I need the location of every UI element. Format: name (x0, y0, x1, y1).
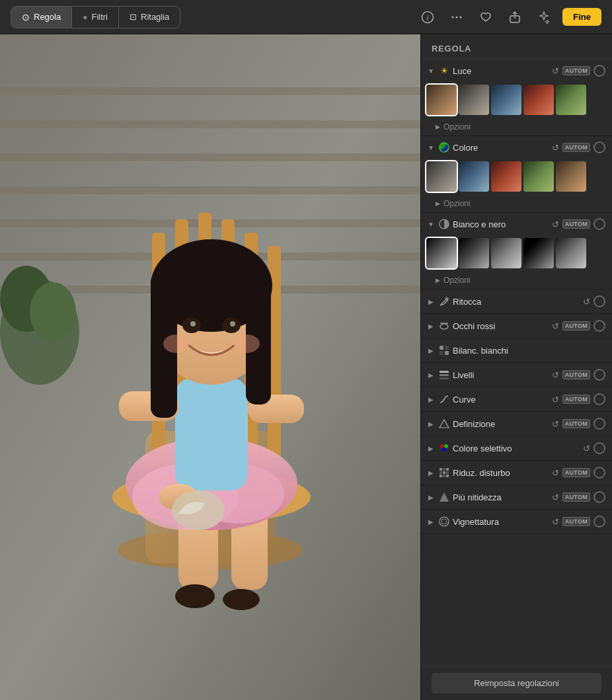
section-header-definizione[interactable]: ▶ Definizione ↺ AUTOM (421, 412, 612, 436)
riduz-disturbo-reset-icon[interactable]: ↺ (552, 468, 559, 478)
riduz-disturbo-toggle[interactable] (593, 467, 605, 479)
more-button[interactable] (446, 7, 467, 28)
reset-all-button[interactable]: Reimposta regolazioni (432, 673, 601, 693)
colore-options[interactable]: ▶ Opzioni (421, 197, 612, 212)
bw-thumb-2[interactable] (459, 238, 489, 268)
chevron-bianco-nero: ▼ (426, 221, 436, 228)
colore-reset-icon[interactable]: ↺ (552, 143, 559, 153)
svg-point-4 (460, 16, 462, 18)
ritocca-toggle[interactable] (593, 295, 605, 307)
occhi-rossi-reset-icon[interactable]: ↺ (552, 321, 559, 331)
section-header-ritocca[interactable]: ▶ Ritocca ↺ (421, 290, 612, 313)
bianco-nero-reset-icon[interactable]: ↺ (552, 219, 559, 229)
section-header-occhi-rossi[interactable]: ▶ Occhi rossi ↺ AUTOM (421, 314, 612, 338)
definizione-autom-badge[interactable]: AUTOM (562, 419, 590, 428)
riduz-disturbo-title: Riduz. disturbo (453, 468, 549, 478)
riduz-disturbo-autom-badge[interactable]: AUTOM (562, 468, 590, 477)
bianco-nero-toggle[interactable] (593, 218, 605, 230)
chevron-riduz-disturbo: ▶ (426, 469, 436, 477)
enhance-button[interactable] (533, 7, 555, 28)
bw-thumb-1[interactable] (426, 238, 457, 268)
luce-thumbnails (421, 82, 612, 120)
colore-thumb-1[interactable] (426, 161, 457, 192)
luce-thumb-1[interactable] (426, 85, 457, 115)
done-button[interactable]: Fine (562, 8, 601, 26)
bw-thumb-4[interactable] (523, 238, 554, 268)
vignettatura-controls: ↺ AUTOM (552, 516, 605, 527)
panel-scroll[interactable]: ▼ ☀ Luce ↺ AUTOM ▶ (421, 59, 612, 666)
livelli-toggle[interactable] (593, 369, 605, 381)
section-header-luce[interactable]: ▼ ☀ Luce ↺ AUTOM (421, 59, 612, 82)
section-header-colore-selettivo[interactable]: ▶ Colore selettivo ↺ (421, 436, 612, 460)
piu-nitidezza-toggle[interactable] (593, 491, 605, 503)
svg-marker-75 (440, 492, 449, 502)
luce-options[interactable]: ▶ Opzioni (421, 120, 612, 136)
livelli-icon (438, 369, 450, 381)
section-header-colore[interactable]: ▼ Colore ↺ AUTOM (421, 136, 612, 159)
curve-reset-icon[interactable]: ↺ (552, 395, 559, 405)
livelli-reset-icon[interactable]: ↺ (552, 370, 559, 380)
section-ritocca: ▶ Ritocca ↺ (421, 290, 612, 314)
section-header-bianco-nero[interactable]: ▼ Bianco e nero ↺ AUTOM (421, 213, 612, 235)
colore-thumb-2[interactable] (459, 161, 489, 192)
luce-thumb-3[interactable] (491, 85, 521, 115)
tab-ritaglia[interactable]: ⊡ Ritaglia (119, 7, 180, 28)
colore-thumb-3[interactable] (491, 161, 521, 192)
vignettatura-icon (438, 516, 450, 527)
colore-toggle[interactable] (593, 141, 605, 153)
section-header-riduz-disturbo[interactable]: ▶ Riduz. disturbo ↺ AUTOM (421, 461, 612, 485)
svg-marker-62 (440, 420, 449, 428)
share-button[interactable] (504, 7, 525, 28)
ritocca-title: Ritocca (453, 297, 580, 307)
section-header-bilanc-bianchi[interactable]: ▶ Bilanc. bianchi (421, 338, 612, 362)
section-header-vignettatura[interactable]: ▶ Vignettatura ↺ AUTOM (421, 510, 612, 533)
colore-autom-badge[interactable]: AUTOM (562, 143, 590, 152)
definizione-toggle[interactable] (593, 418, 605, 430)
luce-toggle[interactable] (593, 65, 605, 77)
colore-selettivo-toggle[interactable] (593, 442, 605, 454)
ritaglia-icon: ⊡ (130, 12, 137, 22)
favorite-button[interactable] (475, 7, 496, 28)
occhi-rossi-toggle[interactable] (593, 320, 605, 332)
definizione-reset-icon[interactable]: ↺ (552, 419, 559, 429)
ritocca-controls: ↺ (583, 295, 605, 307)
luce-thumb-4[interactable] (523, 85, 554, 115)
ritocca-reset-icon[interactable]: ↺ (583, 297, 590, 307)
vignettatura-autom-badge[interactable]: AUTOM (562, 517, 590, 526)
bianco-nero-thumbnails (421, 235, 612, 274)
svg-rect-56 (445, 346, 449, 350)
colore-selettivo-reset-icon[interactable]: ↺ (583, 444, 590, 453)
vignettatura-reset-icon[interactable]: ↺ (552, 517, 559, 527)
colore-options-label: Opzioni (443, 199, 471, 208)
chevron-vignettatura: ▶ (426, 518, 436, 525)
tab-filtri[interactable]: ● Filtri (72, 7, 119, 28)
section-header-livelli[interactable]: ▶ Livelli ↺ AUTOM (421, 363, 612, 387)
occhi-rossi-autom-badge[interactable]: AUTOM (562, 321, 590, 331)
svg-rect-58 (445, 351, 449, 355)
svg-rect-70 (443, 471, 445, 474)
piu-nitidezza-reset-icon[interactable]: ↺ (552, 492, 559, 502)
colore-thumb-4[interactable] (523, 161, 554, 192)
vignettatura-toggle[interactable] (593, 516, 605, 527)
chevron-livelli: ▶ (426, 371, 436, 379)
livelli-autom-badge[interactable]: AUTOM (562, 370, 590, 379)
section-header-curve[interactable]: ▶ Curve ↺ AUTOM (421, 387, 612, 411)
svg-point-45 (233, 334, 260, 353)
luce-reset-icon[interactable]: ↺ (552, 66, 559, 76)
luce-thumb-2[interactable] (459, 85, 489, 115)
curve-autom-badge[interactable]: AUTOM (562, 395, 590, 404)
colore-thumb-5[interactable] (556, 161, 586, 192)
bw-thumb-5[interactable] (556, 238, 586, 268)
luce-thumb-5[interactable] (556, 85, 586, 115)
tab-regola[interactable]: ⊙ Regola (11, 7, 72, 28)
photo-area (0, 34, 420, 700)
bw-thumb-3[interactable] (491, 238, 521, 268)
bianco-nero-options[interactable]: ▶ Opzioni (421, 274, 612, 289)
piu-nitidezza-autom-badge[interactable]: AUTOM (562, 492, 590, 502)
luce-autom-badge[interactable]: AUTOM (562, 66, 590, 75)
section-riduz-disturbo: ▶ Riduz. disturbo ↺ AUTOM (421, 461, 612, 485)
curve-toggle[interactable] (593, 393, 605, 405)
info-button[interactable]: i (417, 7, 438, 28)
bianco-nero-autom-badge[interactable]: AUTOM (562, 219, 590, 229)
section-header-piu-nitidezza[interactable]: ▶ Più nitidezza ↺ AUTOM (421, 485, 612, 509)
